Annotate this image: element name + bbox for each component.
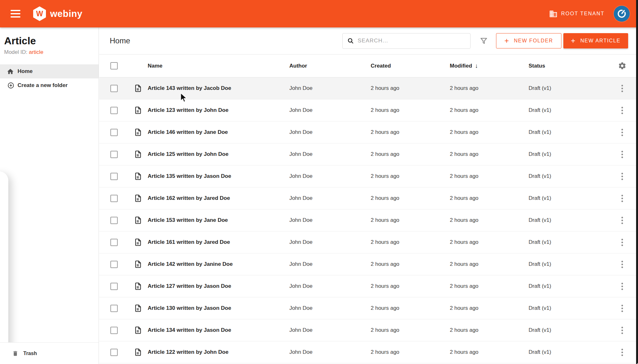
- row-checkbox[interactable]: [110, 107, 118, 114]
- menu-icon[interactable]: [11, 10, 20, 18]
- entry-title[interactable]: Article 135 written by Jason Doe: [148, 173, 289, 179]
- row-checkbox[interactable]: [110, 217, 118, 224]
- column-settings-gear-icon[interactable]: [618, 62, 627, 70]
- table-row[interactable]: Article 127 written by Jason Doe John Do…: [99, 275, 638, 297]
- entry-title[interactable]: Article 143 written by Jacob Doe: [148, 85, 289, 91]
- create-folder-item[interactable]: Create a new folder: [0, 78, 99, 92]
- entry-title[interactable]: Article 122 written by John Doe: [148, 349, 289, 355]
- table-row[interactable]: Article 146 written by Jane Doe John Doe…: [99, 121, 638, 143]
- tenant-label: ROOT TENANT: [561, 11, 605, 17]
- model-title: Article: [4, 35, 94, 47]
- table-row[interactable]: Article 153 written by Jane Doe John Doe…: [99, 209, 638, 231]
- select-all-checkbox[interactable]: [110, 62, 118, 69]
- row-checkbox[interactable]: [110, 151, 118, 158]
- logo-initial: W: [36, 10, 43, 18]
- row-menu-kebab-icon[interactable]: [619, 347, 625, 358]
- entry-title[interactable]: Article 153 written by Jane Doe: [148, 217, 289, 223]
- entry-title[interactable]: Article 142 written by Janine Doe: [148, 261, 289, 267]
- trash-item[interactable]: Trash: [0, 342, 99, 364]
- column-header-name[interactable]: Name: [148, 63, 289, 69]
- row-checkbox[interactable]: [110, 349, 118, 356]
- row-checkbox[interactable]: [110, 239, 118, 246]
- search-input[interactable]: [358, 38, 466, 44]
- sidebar-header: Article Model ID: article: [0, 27, 99, 62]
- folder-tree: Home Create a new folder: [0, 64, 99, 92]
- sort-desc-icon: ↓: [475, 62, 478, 69]
- table-row[interactable]: Article 161 written by Jared Doe John Do…: [99, 231, 638, 253]
- row-checkbox[interactable]: [110, 129, 118, 136]
- filter-icon[interactable]: [479, 37, 488, 45]
- table-row[interactable]: Article 130 written by Jason Doe John Do…: [99, 297, 638, 319]
- user-avatar[interactable]: [614, 6, 630, 22]
- tenant-selector[interactable]: ROOT TENANT: [549, 10, 605, 18]
- sidebar-item-home[interactable]: Home: [0, 64, 99, 78]
- row-checkbox[interactable]: [110, 195, 118, 202]
- entry-title[interactable]: Article 161 written by Jared Doe: [148, 239, 289, 245]
- table-row[interactable]: Article 135 written by Jason Doe John Do…: [99, 165, 638, 187]
- search-box[interactable]: [342, 33, 471, 49]
- row-menu-kebab-icon[interactable]: [619, 237, 625, 248]
- entry-author: John Doe: [289, 261, 371, 267]
- entry-status: Draft (v1): [529, 327, 610, 333]
- entry-title[interactable]: Article 146 written by Jane Doe: [148, 129, 289, 135]
- table-row[interactable]: Article 125 written by John Doe John Doe…: [99, 143, 638, 165]
- row-menu-kebab-icon[interactable]: [619, 215, 625, 226]
- row-menu-kebab-icon[interactable]: [619, 281, 625, 292]
- entry-created: 2 hours ago: [371, 305, 450, 311]
- model-id-value[interactable]: article: [29, 49, 43, 55]
- table-row[interactable]: Article 162 written by Jared Doe John Do…: [99, 187, 638, 209]
- row-menu-kebab-icon[interactable]: [619, 193, 625, 204]
- entry-status: Draft (v1): [529, 349, 610, 355]
- trash-label: Trash: [23, 351, 37, 356]
- table-row[interactable]: Article 143 written by Jacob Doe John Do…: [99, 77, 638, 99]
- entry-title[interactable]: Article 125 written by John Doe: [148, 151, 289, 157]
- drawer-shadow: [0, 171, 8, 364]
- entry-title[interactable]: Article 123 written by John Doe: [148, 107, 289, 113]
- entry-modified: 2 hours ago: [450, 305, 529, 311]
- row-menu-kebab-icon[interactable]: [619, 171, 625, 182]
- webiny-logo: W webiny: [33, 6, 82, 21]
- row-menu-kebab-icon[interactable]: [619, 303, 625, 314]
- column-header-modified[interactable]: Modified ↓: [450, 62, 529, 69]
- row-menu-kebab-icon[interactable]: [619, 127, 625, 138]
- new-article-button[interactable]: + NEW ARTICLE: [563, 33, 628, 48]
- entry-status: Draft (v1): [529, 261, 610, 267]
- sidebar: Article Model ID: article Home Create a …: [0, 27, 99, 364]
- home-icon: [7, 68, 18, 75]
- row-checkbox[interactable]: [110, 85, 118, 92]
- entry-created: 2 hours ago: [371, 85, 450, 91]
- entry-title[interactable]: Article 162 written by Jared Doe: [148, 195, 289, 201]
- entry-title[interactable]: Article 127 written by Jason Doe: [148, 283, 289, 289]
- new-folder-button[interactable]: + NEW FOLDER: [496, 33, 561, 48]
- row-menu-kebab-icon[interactable]: [619, 259, 625, 270]
- column-header-created[interactable]: Created: [371, 63, 450, 69]
- document-icon: [133, 172, 148, 180]
- entry-author: John Doe: [289, 239, 371, 245]
- entry-author: John Doe: [289, 151, 371, 157]
- row-checkbox[interactable]: [110, 327, 118, 334]
- entry-created: 2 hours ago: [371, 327, 450, 333]
- entry-author: John Doe: [289, 107, 371, 113]
- entry-author: John Doe: [289, 195, 371, 201]
- row-checkbox[interactable]: [110, 305, 118, 312]
- row-menu-kebab-icon[interactable]: [619, 83, 625, 94]
- webiny-hexagon-icon: W: [33, 6, 46, 21]
- table-row[interactable]: Article 123 written by John Doe John Doe…: [99, 99, 638, 121]
- scrollbar[interactable]: [636, 0, 638, 364]
- table-row[interactable]: Article 134 written by Jason Doe John Do…: [99, 319, 638, 341]
- row-menu-kebab-icon[interactable]: [619, 325, 625, 336]
- table-row[interactable]: Article 142 written by Janine Doe John D…: [99, 253, 638, 275]
- column-header-status[interactable]: Status: [529, 63, 610, 69]
- row-checkbox[interactable]: [110, 283, 118, 290]
- row-checkbox[interactable]: [110, 261, 118, 268]
- row-menu-kebab-icon[interactable]: [619, 149, 625, 160]
- row-menu-kebab-icon[interactable]: [619, 105, 625, 116]
- entry-modified: 2 hours ago: [450, 151, 529, 157]
- table-row[interactable]: Article 122 written by John Doe John Doe…: [99, 341, 638, 363]
- column-header-author[interactable]: Author: [289, 63, 371, 69]
- row-checkbox[interactable]: [110, 173, 118, 180]
- entry-title[interactable]: Article 130 written by Jason Doe: [148, 305, 289, 311]
- entry-modified: 2 hours ago: [450, 129, 529, 135]
- entry-title[interactable]: Article 134 written by Jason Doe: [148, 327, 289, 333]
- entry-author: John Doe: [289, 217, 371, 223]
